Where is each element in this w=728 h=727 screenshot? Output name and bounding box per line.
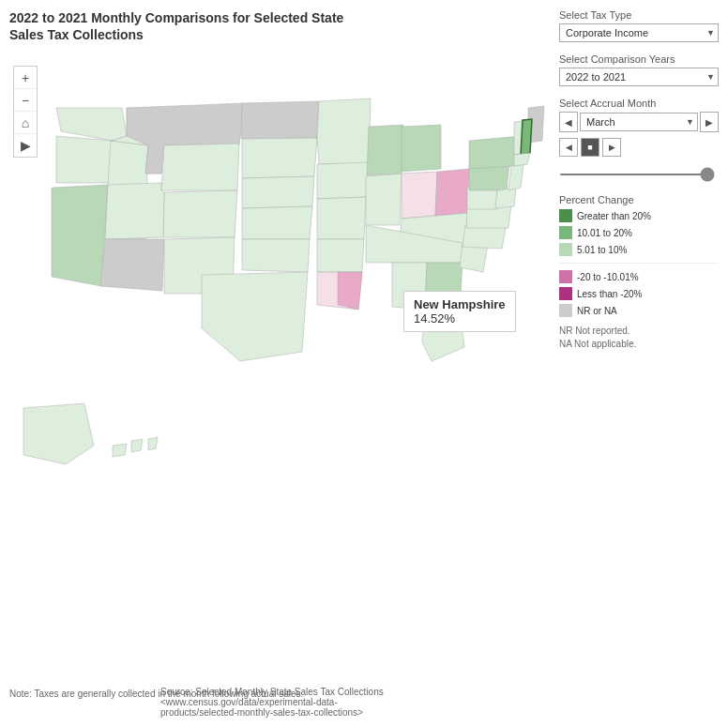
month-next-button[interactable]: ▶ (700, 112, 719, 132)
legend-divider (559, 263, 719, 264)
comparison-years-label: Select Comparison Years (559, 53, 719, 65)
legend-swatch-neg20 (559, 270, 572, 283)
legend-item-nr-na: NR or NA (559, 304, 719, 317)
comparison-years-group: Select Comparison Years 2022 to 2021 202… (559, 53, 719, 86)
footnote-nr: NR Not reported. (559, 325, 719, 338)
tax-type-label: Select Tax Type (559, 9, 719, 21)
legend-title: Percent Change (559, 194, 719, 205)
month-select-wrapper: January February March April May June Ju… (580, 113, 698, 131)
playback-stop-button[interactable]: ■ (581, 138, 599, 157)
comparison-years-select-wrapper: 2022 to 2021 2021 to 2020 2020 to 2019 ▼ (559, 68, 719, 86)
legend-label-5to10: 5.01 to 10% (577, 245, 627, 255)
map-area: 2022 to 2021 Monthly Comparisons for Sel… (0, 0, 554, 727)
tax-type-select-wrapper: Corporate Income Sales Tax Individual In… (559, 23, 719, 42)
comparison-years-select[interactable]: 2022 to 2021 2021 to 2020 2020 to 2019 (559, 68, 719, 86)
legend-swatch-5to10 (559, 243, 572, 256)
legend-swatch-lt20 (559, 287, 572, 300)
source-text: Source: Selected Monthly State Sales Tax… (160, 687, 384, 718)
legend-item-gt20: Greater than 20% (559, 209, 719, 222)
month-nav: ◀ January February March April May June … (559, 112, 719, 132)
map-svg-container (0, 52, 554, 539)
zoom-in-button[interactable]: + (14, 67, 37, 89)
legend: Percent Change Greater than 20% 10.01 to… (559, 194, 719, 351)
us-map[interactable] (0, 52, 554, 492)
legend-label-lt20: Less than -20% (577, 289, 643, 299)
accrual-month-label: Select Accrual Month (559, 98, 719, 109)
month-slider[interactable] (559, 174, 715, 175)
legend-label-gt20: Greater than 20% (577, 211, 651, 221)
right-panel: Select Tax Type Corporate Income Sales T… (554, 0, 728, 727)
legend-item-5to10: 5.01 to 10% (559, 243, 719, 256)
legend-swatch-10to20 (559, 226, 572, 239)
slider-container (559, 162, 719, 179)
footnote-na: NA Not applicable. (559, 338, 719, 351)
expand-button[interactable]: ▶ (14, 134, 37, 157)
source-note: Source: Selected Monthly State Sales Tax… (160, 687, 404, 718)
accrual-month-group: Select Accrual Month ◀ January February … (559, 98, 719, 132)
legend-item-10to20: 10.01 to 20% (559, 226, 719, 239)
legend-label-neg20: -20 to -10.01% (577, 272, 639, 282)
legend-item-neg20to-10: -20 to -10.01% (559, 270, 719, 283)
legend-swatch-nr-na (559, 304, 572, 317)
zoom-out-button[interactable]: − (14, 89, 37, 112)
main-container: 2022 to 2021 Monthly Comparisons for Sel… (0, 0, 728, 727)
legend-label-nr-na: NR or NA (577, 306, 617, 316)
stop-icon: ■ (587, 143, 592, 152)
legend-item-lt-20: Less than -20% (559, 287, 719, 300)
legend-footnotes: NR Not reported. NA Not applicable. (559, 325, 719, 351)
tax-type-select[interactable]: Corporate Income Sales Tax Individual In… (559, 23, 719, 42)
legend-label-10to20: 10.01 to 20% (577, 228, 632, 238)
page-title: 2022 to 2021 Monthly Comparisons for Sel… (9, 9, 366, 43)
legend-swatch-gt20 (559, 209, 572, 222)
map-controls: + − ⌂ ▶ (13, 66, 38, 158)
month-prev-button[interactable]: ◀ (559, 112, 578, 132)
playback-next-button[interactable]: ▶ (602, 138, 621, 157)
home-button[interactable]: ⌂ (14, 112, 37, 134)
playback-controls: ◀ ■ ▶ (559, 138, 719, 157)
accrual-month-select[interactable]: January February March April May June Ju… (580, 113, 698, 131)
tax-type-group: Select Tax Type Corporate Income Sales T… (559, 9, 719, 42)
playback-prev-button[interactable]: ◀ (559, 138, 578, 157)
